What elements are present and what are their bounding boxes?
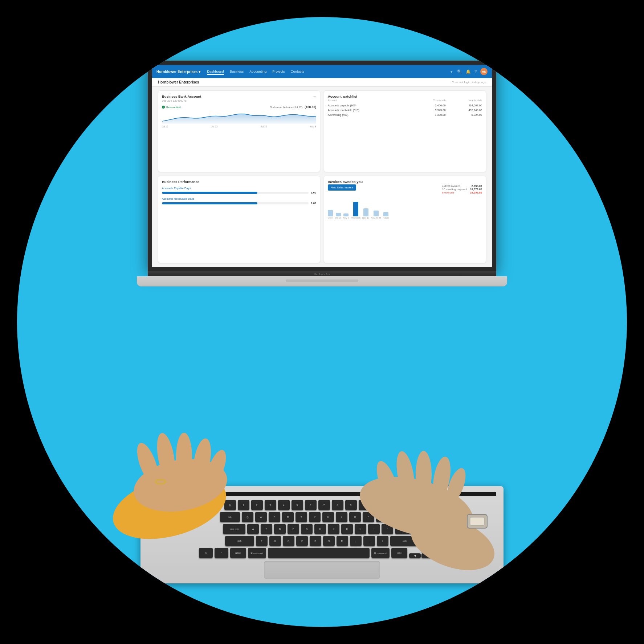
key-y[interactable]: Y bbox=[309, 512, 321, 522]
key-command-left[interactable]: ⌘ command bbox=[248, 548, 266, 558]
key-tab[interactable]: tab bbox=[220, 512, 240, 522]
user-avatar[interactable]: HE bbox=[480, 68, 488, 75]
add-icon[interactable]: ＋ bbox=[449, 69, 453, 74]
key-v[interactable]: V bbox=[296, 536, 308, 546]
watchlist-col-month: This month bbox=[412, 99, 446, 103]
key-d[interactable]: D bbox=[274, 524, 286, 534]
account-ytd: 234,567.00 bbox=[446, 103, 482, 108]
key-c[interactable]: C bbox=[283, 536, 294, 546]
key-k[interactable]: K bbox=[341, 524, 353, 534]
key-row-qwerty: tab Q W E R T Y U I O P [ ] \ bbox=[148, 512, 496, 522]
bar-current bbox=[353, 202, 358, 216]
bank-card-title: Business Bank Account bbox=[162, 94, 201, 98]
key-equals[interactable]: = bbox=[386, 500, 397, 510]
key-space[interactable] bbox=[268, 548, 370, 558]
key-u[interactable]: U bbox=[322, 512, 334, 522]
touchpad[interactable] bbox=[264, 561, 380, 579]
new-invoice-button[interactable]: New Sales Invoice bbox=[328, 184, 356, 191]
key-w[interactable]: W bbox=[255, 512, 267, 522]
search-icon[interactable]: 🔍 bbox=[457, 69, 462, 74]
key-7[interactable]: 7 bbox=[318, 500, 330, 510]
key-o[interactable]: O bbox=[349, 512, 361, 522]
account-month: 2,400.00 bbox=[412, 103, 446, 108]
key-b[interactable]: B bbox=[310, 536, 321, 546]
bar-label-current: This week bbox=[351, 217, 360, 219]
key-row-modifiers: fn ⌃ option ⌘ command ⌘ command option ▲… bbox=[148, 548, 496, 558]
key-backslash[interactable]: \ bbox=[403, 512, 424, 522]
nav-brand[interactable]: Hornblower Enterprises ▾ bbox=[156, 70, 200, 74]
nav-link-accounting[interactable]: Accounting bbox=[249, 69, 266, 75]
watchlist-col-account: Account bbox=[328, 99, 412, 103]
key-row-zxcv: shift Z X C V B N M , . / shift bbox=[148, 536, 496, 546]
key-s[interactable]: S bbox=[261, 524, 272, 534]
key-x[interactable]: X bbox=[269, 536, 281, 546]
key-quote[interactable]: ' bbox=[382, 524, 393, 534]
key-f[interactable]: F bbox=[288, 524, 299, 534]
key-l[interactable]: L bbox=[355, 524, 366, 534]
key-g[interactable]: G bbox=[301, 524, 313, 534]
key-p[interactable]: P bbox=[363, 512, 374, 522]
invoice-stat-draft: 4 draft invoices 2,058.00 bbox=[442, 184, 482, 188]
nav-link-dashboard[interactable]: Dashboard bbox=[207, 69, 224, 75]
key-j[interactable]: J bbox=[328, 524, 339, 534]
bar-group: Future bbox=[383, 212, 389, 219]
left-finger-5 bbox=[204, 448, 230, 487]
key-e[interactable]: E bbox=[269, 512, 280, 522]
key-delete[interactable]: delete bbox=[399, 500, 420, 510]
key-slash[interactable]: / bbox=[377, 536, 388, 546]
left-finger-1 bbox=[133, 440, 163, 487]
key-4[interactable]: 4 bbox=[278, 500, 290, 510]
more-icon[interactable]: ⋯ bbox=[313, 94, 316, 98]
key-m[interactable]: M bbox=[337, 536, 348, 546]
key-row-numbers: § 1 2 3 4 5 6 7 8 9 0 - = delete bbox=[148, 500, 496, 510]
key-fn[interactable]: fn bbox=[199, 548, 213, 558]
key-return[interactable]: return bbox=[395, 524, 421, 534]
key-3[interactable]: 3 bbox=[265, 500, 276, 510]
reconciled-row: ✓ Reconciled Statement balance (Jul 17) … bbox=[162, 105, 316, 109]
arrow-cluster: ▲ ◀ ▼ ▶ bbox=[409, 548, 445, 558]
key-1[interactable]: 1 bbox=[238, 500, 249, 510]
key-period[interactable]: . bbox=[363, 536, 375, 546]
bar-group: Oct 30 bbox=[335, 213, 342, 219]
key-2[interactable]: 2 bbox=[251, 500, 263, 510]
key-shift-right[interactable]: shift bbox=[390, 536, 419, 546]
left-finger-4 bbox=[191, 437, 214, 483]
key-n[interactable]: N bbox=[323, 536, 335, 546]
key-h[interactable]: H bbox=[314, 524, 326, 534]
key-arrow-right[interactable]: ▶ bbox=[434, 553, 445, 558]
bell-icon[interactable]: 🔔 bbox=[466, 69, 471, 74]
key-comma[interactable]: , bbox=[350, 536, 362, 546]
nav-link-projects[interactable]: Projects bbox=[272, 69, 285, 75]
key-arrow-down[interactable]: ▼ bbox=[421, 553, 433, 558]
key-minus[interactable]: - bbox=[372, 500, 384, 510]
key-a[interactable]: A bbox=[247, 524, 259, 534]
key-q[interactable]: Q bbox=[242, 512, 253, 522]
key-lbracket[interactable]: [ bbox=[376, 512, 388, 522]
key-6[interactable]: 6 bbox=[305, 500, 317, 510]
key-arrow-up[interactable]: ▲ bbox=[421, 548, 433, 553]
nav-bar: Hornblower Enterprises ▾ Dashboard Busin… bbox=[152, 65, 492, 78]
key-backtick[interactable]: § bbox=[224, 500, 236, 510]
key-0[interactable]: 0 bbox=[359, 500, 370, 510]
nav-link-contacts[interactable]: Contacts bbox=[291, 69, 305, 75]
key-option-right[interactable]: option bbox=[391, 548, 407, 558]
nav-link-business[interactable]: Business bbox=[230, 69, 244, 75]
key-option-left[interactable]: option bbox=[230, 548, 246, 558]
key-rbracket[interactable]: ] bbox=[390, 512, 401, 522]
key-capslock[interactable]: caps lock bbox=[223, 524, 245, 534]
help-icon[interactable]: ? bbox=[474, 69, 477, 74]
key-command-right[interactable]: ⌘ command bbox=[371, 548, 390, 558]
key-semicolon[interactable]: ; bbox=[368, 524, 380, 534]
touch-bar[interactable] bbox=[148, 492, 496, 496]
key-i[interactable]: I bbox=[336, 512, 347, 522]
key-arrow-left[interactable]: ◀ bbox=[409, 553, 421, 558]
key-shift-left[interactable]: shift bbox=[225, 536, 254, 546]
key-t[interactable]: T bbox=[295, 512, 307, 522]
watchlist-col-ytd: Year to date bbox=[446, 99, 482, 103]
key-z[interactable]: Z bbox=[256, 536, 268, 546]
key-5[interactable]: 5 bbox=[292, 500, 303, 510]
key-ctrl[interactable]: ⌃ bbox=[215, 548, 228, 558]
key-r[interactable]: R bbox=[282, 512, 294, 522]
key-9[interactable]: 9 bbox=[345, 500, 357, 510]
key-8[interactable]: 8 bbox=[332, 500, 343, 510]
